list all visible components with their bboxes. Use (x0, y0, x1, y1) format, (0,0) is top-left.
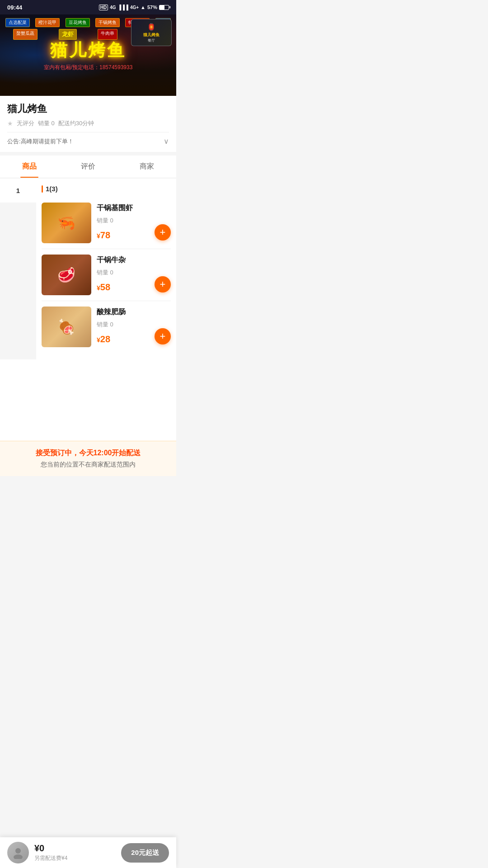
food-name: 干锅基围虾 (97, 203, 171, 213)
food-image-shrimp: 🦐 (42, 203, 91, 243)
4g-signal: 4G (110, 5, 116, 10)
food-name: 干锅牛杂 (97, 255, 171, 265)
neon-sign: 猫儿烤鱼 室内有包厢/预定电话：18574593933 (44, 39, 133, 71)
category-sidebar: 1 (0, 179, 36, 359)
restaurant-info-card: 猫儿烤鱼 ★ 无评分 销量 0 配送约30分钟 公告:高峰期请提前下单！ ∨ (0, 96, 176, 152)
tab-products[interactable]: 商品 (0, 156, 59, 178)
banner-tag-lobster: 龙虾 (59, 29, 77, 40)
banner-tag: 豆花烤鱼 (66, 18, 90, 27)
banner-tag: 螯蟹瓜蔬 (13, 29, 38, 40)
menu-item: 🦐 干锅基围虾 销量 0 ¥78 + (42, 197, 171, 249)
category-item-1[interactable]: 1 (0, 179, 36, 203)
delivery-time: 配送约30分钟 (58, 119, 94, 127)
preorder-notice: 接受预订中，今天12:00开始配送 您当前的位置不在商家配送范围内 (0, 441, 176, 476)
content-spacer (0, 359, 176, 441)
section-header: 1(3) (42, 179, 171, 197)
notice-bar: 公告:高峰期请提前下单！ ∨ (7, 132, 169, 146)
add-to-cart-button-beef[interactable]: + (155, 276, 171, 292)
price-symbol: ¥ (97, 284, 100, 292)
restaurant-thumbnail: 🏮 猫儿烤鱼 餐厅 (131, 19, 172, 46)
restaurant-name: 猫儿烤鱼 (7, 102, 169, 116)
wifi-icon: ▲ (141, 5, 145, 10)
rating-text: 无评分 (17, 119, 34, 127)
menu-list: 1(3) 🦐 干锅基围虾 销量 0 ¥78 + 🥩 干锅牛杂 销量 0 (36, 179, 176, 359)
signal-bars: ▐▐▐ (118, 5, 128, 10)
sales-text: 销量 0 (38, 119, 55, 127)
status-bar: 09:44 HD 4G ▐▐▐ 4G+ ▲ 57% (0, 0, 176, 14)
restaurant-meta: ★ 无评分 销量 0 配送约30分钟 (7, 119, 169, 127)
preorder-main-text: 接受预订中，今天12:00开始配送 (7, 448, 169, 458)
section-title: 1(3) (46, 185, 58, 193)
food-image-intestine: 🍖 (42, 307, 91, 347)
battery-percent: 57% (147, 5, 157, 10)
neon-main-text: 猫儿烤鱼 (44, 39, 133, 62)
tab-reviews[interactable]: 评价 (59, 156, 117, 178)
price-symbol: ¥ (97, 336, 100, 344)
neon-sub-text: 室内有包厢/预定电话：18574593933 (44, 64, 133, 71)
menu-item: 🍖 酸辣肥肠 销量 0 ¥28 + (42, 301, 171, 353)
status-time: 09:44 (7, 4, 22, 11)
star-icon: ★ (7, 120, 13, 127)
price-value: 28 (100, 334, 110, 344)
section-indicator (42, 185, 43, 193)
notice-text: 公告:高峰期请提前下单！ (7, 137, 164, 146)
food-name: 酸辣肥肠 (97, 307, 171, 317)
banner-tag: 橙汁花甲 (35, 18, 60, 27)
hd-signal: HD (99, 5, 108, 10)
price-value: 58 (100, 282, 110, 292)
status-right: HD 4G ▐▐▐ 4G+ ▲ 57% (99, 5, 169, 10)
banner-tag: 干锅烤鱼 (95, 18, 120, 27)
food-sales: 销量 0 (97, 321, 171, 329)
banner-tag: 点选配菜 (5, 18, 30, 27)
food-sales: 销量 0 (97, 217, 171, 225)
hero-banner: 点选配菜 橙汁花甲 豆花烤鱼 干锅烤鱼 特色烤鱼 沙瓦 螯蟹瓜蔬 龙虾 牛肉串 … (0, 14, 176, 96)
menu-item: 🥩 干锅牛杂 销量 0 ¥58 + (42, 249, 171, 301)
banner-tag: 牛肉串 (98, 29, 117, 40)
add-to-cart-button-intestine[interactable]: + (155, 328, 171, 344)
add-to-cart-button-shrimp[interactable]: + (155, 224, 171, 241)
price-symbol: ¥ (97, 232, 100, 240)
food-image-beef: 🥩 (42, 255, 91, 295)
preorder-sub-text: 您当前的位置不在商家配送范围内 (7, 461, 169, 469)
4gplus-signal: 4G+ (130, 5, 139, 10)
chevron-down-icon[interactable]: ∨ (164, 137, 169, 146)
food-sales: 销量 0 (97, 269, 171, 277)
content-area: 1 1(3) 🦐 干锅基围虾 销量 0 ¥78 + 🥩 (0, 179, 176, 359)
battery-icon (159, 5, 169, 10)
tabs-bar: 商品 评价 商家 (0, 156, 176, 178)
tab-merchant[interactable]: 商家 (117, 156, 176, 178)
price-value: 78 (100, 230, 110, 240)
